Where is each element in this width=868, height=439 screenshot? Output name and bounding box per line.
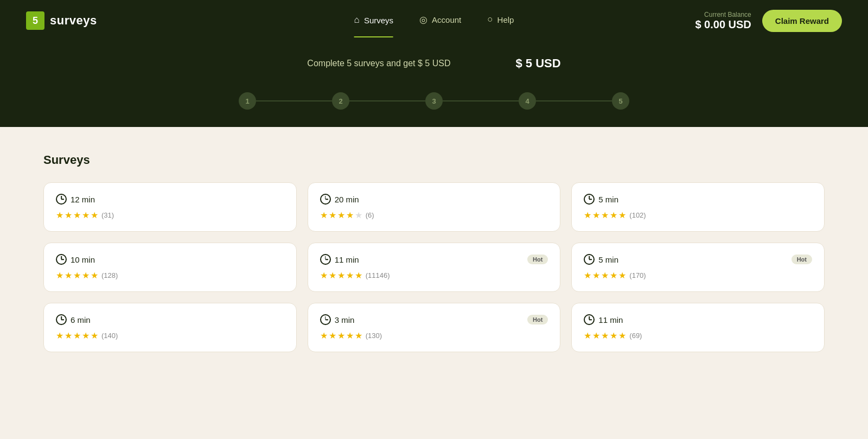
card-top: 11 min Hot <box>320 254 548 265</box>
balance-amount: $ 0.00 USD <box>695 18 751 31</box>
promo-text: Complete 5 surveys and get $ 5 USD <box>307 59 450 68</box>
star-full: ★ <box>73 210 81 220</box>
star-full: ★ <box>592 330 600 341</box>
card-rating: ★★★★★ (128) <box>56 270 284 281</box>
card-top: 3 min Hot <box>320 314 548 325</box>
card-duration: 20 min <box>320 194 359 205</box>
card-top: 5 min <box>584 194 812 205</box>
card-rating: ★★★★★ (11146) <box>320 270 548 281</box>
duration-text: 12 min <box>71 195 95 204</box>
star-full: ★ <box>610 330 617 341</box>
hot-badge: Hot <box>792 255 812 264</box>
progress-bar: 1 2 3 4 5 <box>0 92 868 127</box>
clock-icon <box>584 194 595 205</box>
duration-text: 11 min <box>335 255 359 264</box>
surveys-grid: 12 min ★★★★★ (31) 20 min ★★★★★ (6) 5 min <box>43 182 825 352</box>
star-half: ★ <box>355 270 362 281</box>
stars: ★★★★★ <box>56 270 98 281</box>
star-full: ★ <box>346 270 354 281</box>
stars: ★★★★★ <box>584 210 626 220</box>
step-line-2 <box>349 100 425 101</box>
claim-reward-button[interactable]: Claim Reward <box>762 10 842 32</box>
card-rating: ★★★★★ (102) <box>584 210 812 220</box>
star-full: ★ <box>91 270 98 281</box>
rating-count: (69) <box>629 332 642 340</box>
star-full: ★ <box>73 330 81 341</box>
card-duration: 3 min <box>320 314 355 325</box>
account-icon: ◎ <box>419 14 427 26</box>
star-full: ★ <box>82 270 90 281</box>
star-full: ★ <box>346 330 354 341</box>
card-rating: ★★★★★ (31) <box>56 210 284 220</box>
star-half: ★ <box>346 210 354 220</box>
step-5: 5 <box>612 92 629 110</box>
nav-account[interactable]: ◎ Account <box>419 14 461 28</box>
duration-text: 5 min <box>598 255 618 264</box>
survey-card[interactable]: 5 min ★★★★★ (102) <box>571 182 825 232</box>
duration-text: 6 min <box>71 315 91 325</box>
star-full: ★ <box>320 330 328 341</box>
step-line-1 <box>256 100 332 101</box>
star-empty: ★ <box>355 210 362 220</box>
star-full: ★ <box>584 270 591 281</box>
star-full: ★ <box>337 330 345 341</box>
card-duration: 11 min <box>320 254 359 265</box>
nav-surveys[interactable]: ⌂ Surveys <box>354 15 393 37</box>
header-right: Current Balance $ 0.00 USD Claim Reward <box>695 10 842 32</box>
stars: ★★★★★ <box>320 330 362 341</box>
main-nav: ⌂ Surveys ◎ Account ○ Help <box>354 14 514 28</box>
stars: ★★★★★ <box>56 330 98 341</box>
survey-card[interactable]: 11 min ★★★★★ (69) <box>571 303 825 352</box>
stars: ★★★★★ <box>320 270 362 281</box>
rating-count: (11146) <box>366 271 390 279</box>
step-2: 2 <box>332 92 349 110</box>
card-top: 12 min <box>56 194 284 205</box>
survey-card[interactable]: 10 min ★★★★★ (128) <box>43 243 297 292</box>
rating-count: (130) <box>366 332 382 340</box>
star-full: ★ <box>601 210 609 220</box>
duration-text: 5 min <box>598 195 618 204</box>
star-full: ★ <box>601 330 609 341</box>
survey-card[interactable]: 5 min Hot ★★★★★ (170) <box>571 243 825 292</box>
star-full: ★ <box>584 330 591 341</box>
card-duration: 5 min <box>584 254 618 265</box>
star-full: ★ <box>320 210 328 220</box>
clock-icon <box>320 254 331 265</box>
clock-icon <box>584 314 595 325</box>
survey-card[interactable]: 12 min ★★★★★ (31) <box>43 182 297 232</box>
clock-icon <box>584 254 595 265</box>
card-duration: 11 min <box>584 314 623 325</box>
step-4: 4 <box>519 92 536 110</box>
clock-icon <box>320 314 331 325</box>
card-top: 20 min <box>320 194 548 205</box>
duration-text: 20 min <box>335 195 359 204</box>
main-content: Surveys 12 min ★★★★★ (31) 20 min ★★★★★ (… <box>0 127 868 425</box>
survey-card[interactable]: 11 min Hot ★★★★★ (11146) <box>308 243 561 292</box>
card-rating: ★★★★★ (69) <box>584 330 812 341</box>
survey-card[interactable]: 6 min ★★★★★ (140) <box>43 303 297 352</box>
star-half: ★ <box>618 270 626 281</box>
survey-card[interactable]: 3 min Hot ★★★★★ (130) <box>308 303 561 352</box>
step-line-4 <box>536 100 612 101</box>
star-full: ★ <box>618 210 626 220</box>
star-full: ★ <box>610 270 617 281</box>
header: 5 surveys ⌂ Surveys ◎ Account ○ Help Cur… <box>0 0 868 41</box>
star-full: ★ <box>320 270 328 281</box>
survey-card[interactable]: 20 min ★★★★★ (6) <box>308 182 561 232</box>
clock-icon <box>56 314 67 325</box>
clock-icon <box>56 194 67 205</box>
rating-count: (128) <box>101 271 118 279</box>
step-3: 3 <box>425 92 443 110</box>
star-full: ★ <box>65 210 72 220</box>
star-full: ★ <box>592 270 600 281</box>
rating-count: (6) <box>366 211 374 219</box>
steps-container: 1 2 3 4 5 <box>239 92 629 110</box>
duration-text: 10 min <box>71 255 95 264</box>
star-full: ★ <box>592 210 600 220</box>
duration-text: 3 min <box>335 315 355 325</box>
card-rating: ★★★★★ (170) <box>584 270 812 281</box>
card-duration: 5 min <box>584 194 618 205</box>
card-rating: ★★★★★ (140) <box>56 330 284 341</box>
card-rating: ★★★★★ (6) <box>320 210 548 220</box>
nav-help[interactable]: ○ Help <box>487 14 514 27</box>
